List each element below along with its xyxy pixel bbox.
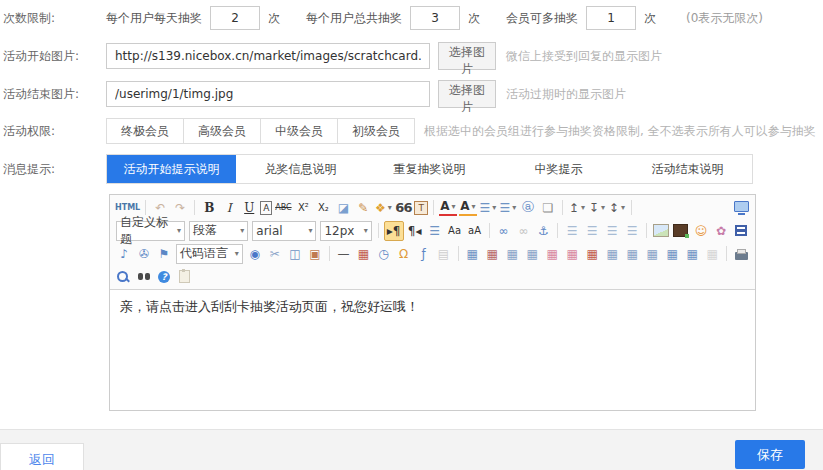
horizontal-rule-icon[interactable]: — — [335, 245, 353, 263]
justify-full-icon[interactable]: ☰ — [623, 222, 641, 240]
member-group-button-0[interactable]: 终极会员 — [106, 118, 184, 144]
format-painter-icon[interactable]: ✎ — [354, 199, 372, 217]
split-cells-icon[interactable]: ▦ — [683, 245, 701, 263]
bold-button[interactable]: B — [200, 199, 218, 217]
print-icon[interactable] — [732, 245, 750, 263]
save-button[interactable]: 保存 — [735, 440, 805, 469]
link-icon[interactable]: ∞ — [494, 222, 512, 240]
insert-table-icon[interactable]: ▦ — [463, 245, 481, 263]
merge-right-icon[interactable]: ▦ — [603, 245, 621, 263]
indent-icon[interactable]: ☰ — [426, 222, 444, 240]
member-group-button-1[interactable]: 高级会员 — [183, 118, 261, 144]
formula-icon[interactable]: ƒ — [415, 245, 433, 263]
message-tab-2[interactable]: 重复抽奖说明 — [365, 155, 494, 183]
message-tab-1[interactable]: 兑奖信息说明 — [236, 155, 365, 183]
font-color-button[interactable]: A▾ — [439, 199, 457, 216]
new-document-icon[interactable]: ❏ — [539, 199, 557, 217]
image-icon[interactable] — [652, 222, 670, 240]
superscript-button[interactable]: X² — [294, 199, 312, 217]
code-language-select[interactable]: 代码语言▾ — [176, 244, 243, 264]
start-image-pick-button[interactable]: 选择图片 — [438, 42, 496, 70]
music-icon[interactable]: ♪ — [115, 245, 133, 263]
line-height-icon[interactable]: ↕▾ — [608, 199, 626, 217]
start-image-url-input[interactable] — [106, 43, 430, 69]
settings-form: 次数限制: 每个用户每天抽奖次每个用户总共抽奖次会员可多抽奖次 (0表示无限次)… — [0, 0, 823, 411]
message-tab-3[interactable]: 中奖提示 — [494, 155, 623, 183]
split-cols-icon[interactable]: ▦ — [663, 245, 681, 263]
help-icon — [158, 271, 170, 283]
case-upper-icon[interactable]: Aa — [446, 222, 464, 240]
font-size-select[interactable]: 12px▾ — [320, 221, 371, 241]
member-extra-draw-input[interactable] — [586, 6, 636, 30]
album-icon[interactable] — [672, 222, 690, 240]
special-chars-icon[interactable]: Ω — [395, 245, 413, 263]
message-tab-0[interactable]: 活动开始提示说明 — [107, 155, 236, 183]
emoji-icon[interactable]: ☺ — [692, 222, 710, 240]
member-group-button-3[interactable]: 初级会员 — [337, 118, 415, 144]
case-lower-icon[interactable]: aA — [466, 222, 484, 240]
end-image-url-input[interactable] — [106, 81, 430, 107]
limit-suffix: 次 — [644, 10, 656, 27]
ordered-list-icon[interactable]: ☰▾ — [479, 199, 497, 217]
justify-center-icon[interactable]: ☰ — [583, 222, 601, 240]
background-color-button[interactable]: A▾ — [459, 199, 477, 216]
date-icon[interactable]: ▦ — [355, 245, 373, 263]
rowspacing-bottom-icon[interactable]: ↧▾ — [588, 199, 606, 217]
autotypeset-icon[interactable]: ❖▾ — [374, 199, 392, 217]
member-group-button-2[interactable]: 中级会员 — [260, 118, 338, 144]
subscript-button[interactable]: X₂ — [314, 199, 332, 217]
justify-right-icon[interactable]: ☰ — [603, 222, 621, 240]
ltr-icon[interactable]: ▸¶ — [384, 221, 404, 241]
editor-content[interactable]: 亲，请点击进入刮刮卡抽奖活动页面，祝您好运哦！ — [110, 290, 755, 410]
insert-code-icon[interactable]: ◉ — [246, 245, 264, 263]
attachment-icon[interactable]: ✇ — [135, 245, 153, 263]
scrawl-icon[interactable]: ✿ — [712, 222, 730, 240]
chart-icon[interactable]: ▦ — [703, 245, 721, 263]
insert-row-icon[interactable]: ▦ — [503, 245, 521, 263]
merge-cells-icon[interactable]: ▦ — [583, 245, 601, 263]
snapshot-icon[interactable]: ▣ — [306, 245, 324, 263]
remove-format-icon[interactable]: ◪ — [334, 199, 352, 217]
custom-title-select[interactable]: 自定义标题▾ — [116, 221, 185, 241]
merge-down-icon[interactable]: ▦ — [623, 245, 641, 263]
delete-table-icon[interactable]: ▦ — [483, 245, 501, 263]
blockquote-icon[interactable]: 66 — [394, 199, 412, 217]
clipboard-icon — [179, 270, 190, 283]
underline-button[interactable]: U — [240, 199, 258, 217]
italic-button[interactable]: I — [220, 199, 238, 217]
message-tab-4[interactable]: 活动结束说明 — [623, 155, 752, 183]
preview-icon[interactable] — [115, 268, 133, 286]
total-draw-limit-input[interactable] — [410, 6, 460, 30]
rtl-icon[interactable]: ¶◂ — [406, 222, 424, 240]
clipboard-icon[interactable] — [175, 268, 193, 286]
template-icon[interactable]: ▤ — [435, 245, 453, 263]
insert-col-icon[interactable]: ▦ — [523, 245, 541, 263]
end-image-pick-button[interactable]: 选择图片 — [438, 80, 496, 108]
font-family-select[interactable]: arial▾ — [252, 221, 316, 241]
time-icon[interactable]: ◷ — [375, 245, 393, 263]
unlink-icon[interactable]: ∞ — [514, 222, 532, 240]
paste-plain-icon[interactable]: T — [414, 201, 428, 215]
split-rows-icon[interactable]: ▦ — [643, 245, 661, 263]
daily-draw-limit-input[interactable] — [210, 6, 260, 30]
help-icon[interactable] — [155, 268, 173, 286]
columns-icon[interactable]: ◫ — [286, 245, 304, 263]
toolbar-separator — [433, 200, 434, 215]
image-icon — [653, 224, 669, 237]
rowspacing-top-icon[interactable]: ↥▾ — [568, 199, 586, 217]
paragraph-select[interactable]: 段落▾ — [189, 221, 248, 241]
map-icon[interactable]: ⚑ — [155, 245, 173, 263]
pagebreak-icon[interactable]: ✂ — [266, 245, 284, 263]
fullscreen-icon[interactable] — [732, 199, 750, 217]
font-border-button[interactable]: A — [260, 201, 272, 215]
unordered-list-icon[interactable]: ☰▾ — [499, 199, 517, 217]
video-icon[interactable] — [732, 222, 750, 240]
delete-col-icon[interactable]: ▦ — [563, 245, 581, 263]
delete-row-icon[interactable]: ▦ — [543, 245, 561, 263]
anchor-icon[interactable]: ⚓ — [534, 222, 552, 240]
justify-left-icon[interactable]: ☰ — [563, 222, 581, 240]
anchor-box-icon[interactable]: ⓐ — [519, 199, 537, 217]
back-button[interactable]: 返回 — [0, 443, 84, 470]
strikethrough-button[interactable]: ABC — [274, 199, 292, 217]
search-replace-icon[interactable] — [135, 268, 153, 286]
